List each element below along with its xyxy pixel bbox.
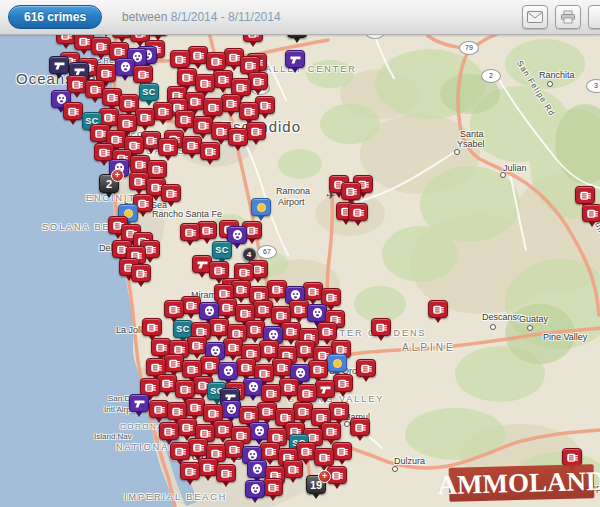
assault-marker[interactable]: [246, 122, 266, 140]
sex-crime-marker[interactable]: SC: [139, 83, 159, 101]
assault-marker[interactable]: [159, 422, 179, 440]
assault-marker[interactable]: [332, 442, 352, 460]
sex-crime-marker[interactable]: SC: [212, 241, 232, 259]
assault-marker[interactable]: [133, 65, 153, 83]
assault-marker[interactable]: [188, 46, 208, 64]
assault-marker[interactable]: [293, 402, 313, 420]
assault-marker[interactable]: [175, 380, 195, 398]
assault-marker[interactable]: [188, 438, 208, 456]
assault-marker[interactable]: [170, 50, 190, 68]
assault-marker[interactable]: [267, 280, 287, 298]
assault-marker[interactable]: [142, 318, 162, 336]
assault-marker[interactable]: [91, 37, 111, 55]
assault-marker[interactable]: [348, 203, 368, 221]
assault-marker[interactable]: [216, 464, 236, 482]
assault-marker[interactable]: [180, 462, 200, 480]
robbery-marker[interactable]: [218, 362, 238, 380]
assault-marker[interactable]: [297, 384, 317, 402]
assault-marker[interactable]: [243, 34, 263, 42]
assault-marker[interactable]: [135, 108, 155, 126]
weapon-marker-purple[interactable]: [129, 394, 149, 412]
assault-marker[interactable]: [193, 116, 213, 134]
assault-marker[interactable]: [221, 94, 241, 112]
assault-marker[interactable]: [257, 402, 277, 420]
assault-marker[interactable]: [157, 374, 177, 392]
assault-marker[interactable]: [263, 478, 283, 496]
assault-marker[interactable]: [224, 440, 244, 458]
assault-marker[interactable]: [296, 442, 316, 460]
assault-marker[interactable]: [195, 74, 215, 92]
robbery-marker[interactable]: [243, 378, 263, 396]
assault-marker[interactable]: [153, 102, 173, 120]
expand-cluster-badge[interactable]: +: [111, 169, 124, 182]
map-canvas[interactable]: OceansideSan Luis ReyCARLSBADMc ClellanP…: [0, 34, 600, 507]
assault-marker[interactable]: [197, 221, 217, 239]
assault-marker[interactable]: [356, 359, 376, 377]
assault-marker[interactable]: [213, 420, 233, 438]
assault-marker[interactable]: [164, 300, 184, 318]
assault-marker[interactable]: [260, 442, 280, 460]
assault-marker[interactable]: [177, 68, 197, 86]
assault-marker[interactable]: [248, 72, 268, 90]
assault-marker[interactable]: [209, 261, 229, 279]
assault-marker[interactable]: [259, 340, 279, 358]
assault-marker[interactable]: [213, 70, 233, 88]
assault-marker[interactable]: [283, 460, 303, 478]
assault-marker[interactable]: [206, 52, 226, 70]
assault-marker[interactable]: [177, 418, 197, 436]
assault-marker[interactable]: [63, 102, 83, 120]
robbery-marker[interactable]: [115, 58, 135, 76]
assault-marker[interactable]: [341, 182, 361, 200]
assault-marker[interactable]: [253, 300, 273, 318]
assault-marker[interactable]: [314, 448, 334, 466]
vehicle-marker[interactable]: [251, 198, 271, 216]
assault-marker[interactable]: [158, 138, 178, 156]
assault-marker[interactable]: [228, 128, 248, 146]
robbery-marker[interactable]: [307, 304, 327, 322]
robbery-marker[interactable]: [245, 480, 265, 498]
assault-marker[interactable]: [170, 442, 190, 460]
assault-marker[interactable]: [67, 75, 87, 93]
assault-marker[interactable]: [131, 264, 151, 282]
assault-marker[interactable]: [308, 360, 328, 378]
assault-marker[interactable]: [147, 160, 167, 178]
vehicle-marker[interactable]: [327, 354, 347, 372]
robbery-marker[interactable]: [249, 422, 269, 440]
assault-marker[interactable]: [317, 322, 337, 340]
assault-marker[interactable]: [371, 318, 391, 336]
assault-marker[interactable]: [164, 354, 184, 372]
assault-marker[interactable]: [245, 320, 265, 338]
email-button[interactable]: [522, 5, 548, 29]
assault-marker[interactable]: [562, 448, 582, 466]
assault-marker[interactable]: [180, 223, 200, 241]
assault-marker[interactable]: [261, 384, 281, 402]
assault-marker[interactable]: [149, 400, 169, 418]
assault-marker[interactable]: [56, 34, 76, 44]
assault-marker[interactable]: [289, 300, 309, 318]
assault-marker[interactable]: [209, 318, 229, 336]
assault-marker[interactable]: [223, 338, 243, 356]
assault-marker[interactable]: [203, 98, 223, 116]
weapon-marker-purple[interactable]: [285, 50, 305, 68]
robbery-marker[interactable]: [221, 400, 241, 418]
assault-marker[interactable]: [303, 282, 323, 300]
assault-marker[interactable]: [329, 402, 349, 420]
assault-marker[interactable]: [185, 398, 205, 416]
assault-marker[interactable]: [217, 298, 237, 316]
weapon-marker-dark[interactable]: [49, 56, 69, 74]
assault-marker[interactable]: [321, 422, 341, 440]
weapon-marker-red[interactable]: [315, 380, 335, 398]
print-button[interactable]: [555, 5, 581, 29]
clipped-button[interactable]: [588, 5, 600, 29]
assault-marker[interactable]: [295, 340, 315, 358]
assault-marker[interactable]: [182, 136, 202, 154]
assault-marker[interactable]: [161, 184, 181, 202]
assault-marker[interactable]: [272, 358, 292, 376]
assault-marker[interactable]: [187, 336, 207, 354]
assault-marker[interactable]: [236, 358, 256, 376]
assault-marker[interactable]: [181, 296, 201, 314]
cluster-marker[interactable]: 2+: [99, 174, 119, 193]
assault-marker[interactable]: [428, 300, 448, 318]
assault-marker[interactable]: [279, 378, 299, 396]
robbery-marker[interactable]: [247, 460, 267, 478]
